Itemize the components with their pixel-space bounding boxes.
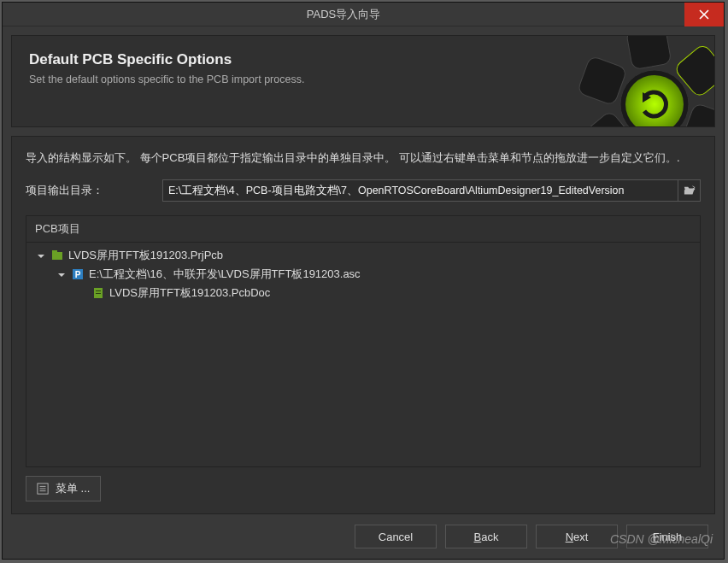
tree-row[interactable]: PE:\工程文档\16、中联开发\LVDS屏用TFT板191203.asc — [32, 265, 695, 284]
titlebar: PADS导入向导 — [3, 3, 724, 26]
window-title: PADS导入向导 — [3, 7, 684, 22]
tree-body: LVDS屏用TFT板191203.PrjPcbPE:\工程文档\16、中联开发\… — [26, 243, 700, 466]
svg-rect-8 — [52, 252, 62, 260]
menu-button[interactable]: 菜单 ... — [26, 476, 101, 501]
browse-button[interactable] — [678, 179, 701, 202]
header-panel: Default PCB Specific Options Set the def… — [11, 35, 715, 127]
svg-rect-1 — [577, 56, 627, 106]
project-tree: PCB项目 LVDS屏用TFT板191203.PrjPcbPE:\工程文档\16… — [26, 215, 701, 467]
close-icon — [699, 9, 709, 20]
file-p-icon: P — [71, 267, 85, 281]
svg-rect-2 — [626, 35, 672, 70]
tree-row[interactable]: LVDS屏用TFT板191203.PrjPcb — [32, 246, 695, 265]
body-panel: 导入的结构显示如下。 每个PCB项目都位于指定输出目录中的单独目录中。 可以通过… — [11, 136, 715, 514]
back-button[interactable]: Back — [445, 525, 527, 548]
tree-header: PCB项目 — [26, 216, 700, 243]
cancel-button[interactable]: Cancel — [355, 525, 437, 548]
footer: Cancel Back Next Finish — [3, 514, 724, 559]
description-text: 导入的结构显示如下。 每个PCB项目都位于指定输出目录中的单独目录中。 可以通过… — [26, 149, 701, 167]
tree-row[interactable]: LVDS屏用TFT板191203.PcbDoc — [32, 284, 695, 302]
finish-button[interactable]: Finish — [626, 525, 708, 548]
header-graphic — [526, 35, 715, 127]
next-button[interactable]: Next — [536, 525, 618, 548]
svg-rect-14 — [96, 293, 101, 294]
tree-item-label: LVDS屏用TFT板191203.PcbDoc — [109, 285, 270, 301]
output-dir-input[interactable] — [162, 179, 678, 202]
expander-icon[interactable] — [78, 288, 88, 298]
close-button[interactable] — [684, 3, 724, 26]
svg-rect-9 — [52, 250, 57, 253]
project-green-icon — [50, 249, 64, 262]
svg-rect-13 — [96, 290, 101, 291]
menu-list-icon — [37, 483, 49, 495]
wizard-window: PADS导入向导 Default PCB Specific Options Se… — [2, 2, 725, 560]
file-green-icon — [91, 286, 105, 300]
output-dir-row: 项目输出目录： — [26, 179, 701, 202]
expander-icon[interactable] — [57, 269, 68, 279]
expander-icon[interactable] — [37, 250, 47, 261]
folder-open-icon — [684, 185, 696, 196]
output-dir-label: 项目输出目录： — [26, 183, 162, 198]
tree-item-label: LVDS屏用TFT板191203.PrjPcb — [68, 248, 223, 263]
svg-text:P: P — [75, 270, 81, 279]
menu-button-label: 菜单 ... — [56, 481, 90, 496]
tree-item-label: E:\工程文档\16、中联开发\LVDS屏用TFT板191203.asc — [89, 267, 361, 282]
